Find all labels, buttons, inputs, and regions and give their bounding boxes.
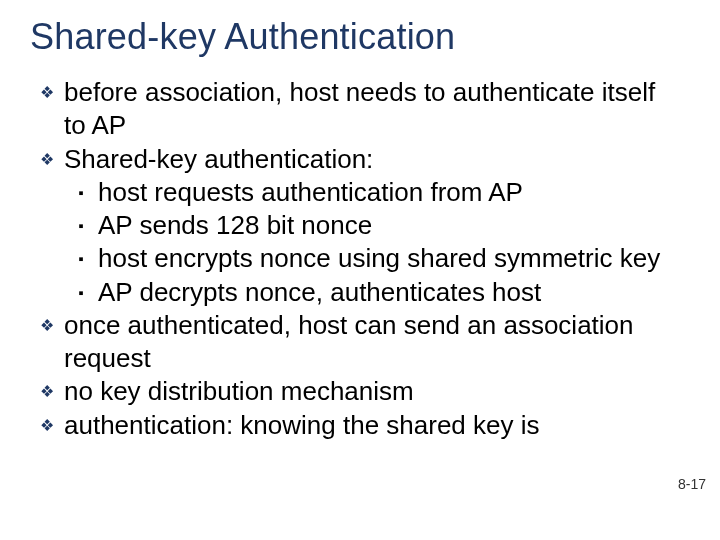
list-item: ❖ Shared-key authentication: <box>30 143 670 176</box>
slide-body: ❖ before association, host needs to auth… <box>30 76 670 442</box>
list-item-text: before association, host needs to authen… <box>64 76 670 143</box>
sub-list-item: ▪ AP sends 128 bit nonce <box>64 209 670 242</box>
sub-list-item: ▪ host requests authentication from AP <box>64 176 670 209</box>
sub-list: ▪ host requests authentication from AP ▪… <box>30 176 670 309</box>
diamond-bullet-icon: ❖ <box>30 143 64 170</box>
diamond-bullet-icon: ❖ <box>30 76 64 103</box>
list-item: ❖ before association, host needs to auth… <box>30 76 670 143</box>
square-bullet-icon: ▪ <box>64 176 98 202</box>
list-item-text: authentication: knowing the shared key i… <box>64 409 670 442</box>
sub-list-item-text: AP sends 128 bit nonce <box>98 209 670 242</box>
list-item-text: Shared-key authentication: <box>64 143 670 176</box>
list-item-text: once authenticated, host can send an ass… <box>64 309 670 376</box>
slide-title: Shared-key Authentication <box>30 16 455 58</box>
diamond-bullet-icon: ❖ <box>30 309 64 336</box>
diamond-bullet-icon: ❖ <box>30 409 64 436</box>
list-item-text: no key distribution mechanism <box>64 375 670 408</box>
sub-list-item-text: host requests authentication from AP <box>98 176 670 209</box>
square-bullet-icon: ▪ <box>64 276 98 302</box>
list-item: ❖ once authenticated, host can send an a… <box>30 309 670 376</box>
sub-list-item-text: host encrypts nonce using shared symmetr… <box>98 242 670 275</box>
list-item: ❖ no key distribution mechanism <box>30 375 670 408</box>
page-number: 8-17 <box>678 476 706 492</box>
slide: Shared-key Authentication ❖ before assoc… <box>0 0 720 540</box>
square-bullet-icon: ▪ <box>64 209 98 235</box>
diamond-bullet-icon: ❖ <box>30 375 64 402</box>
list-item: ❖ authentication: knowing the shared key… <box>30 409 670 442</box>
square-bullet-icon: ▪ <box>64 242 98 268</box>
sub-list-item-text: AP decrypts nonce, authenticates host <box>98 276 670 309</box>
sub-list-item: ▪ host encrypts nonce using shared symme… <box>64 242 670 275</box>
sub-list-item: ▪ AP decrypts nonce, authenticates host <box>64 276 670 309</box>
